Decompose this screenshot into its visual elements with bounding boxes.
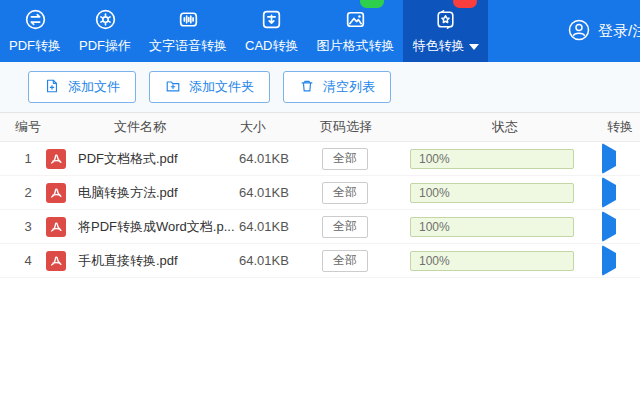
- nav-tab-pdf-convert[interactable]: PDF转换: [0, 0, 70, 62]
- header-number: 编号: [10, 118, 46, 136]
- green-badge: [360, 0, 384, 8]
- voice-wave-icon: [176, 7, 201, 32]
- header-filename: 文件名称: [46, 118, 234, 136]
- add-file-label: 添加文件: [68, 78, 120, 96]
- login-label: 登录/注册: [598, 22, 640, 41]
- file-name: 电脑转换方法.pdf: [72, 184, 234, 202]
- trash-icon: [299, 78, 315, 97]
- nav-tab-pdf-operate[interactable]: PDF操作: [70, 0, 140, 62]
- row-number: 2: [10, 185, 46, 200]
- row-number: 1: [10, 151, 46, 166]
- clear-list-label: 清空列表: [323, 78, 375, 96]
- convert-play-button[interactable]: [602, 245, 616, 276]
- nav-tab-label: PDF操作: [79, 37, 131, 55]
- header-size: 大小: [234, 118, 312, 136]
- page-select-button[interactable]: 全部: [322, 250, 368, 272]
- star-refresh-icon: [433, 7, 458, 32]
- progress-bar: 100%: [410, 217, 574, 237]
- pdf-file-icon: [46, 251, 66, 271]
- file-name: 将PDF转换成Word文档.p...: [72, 218, 234, 236]
- file-size: 64.01KB: [234, 219, 312, 234]
- pdf-file-icon: [46, 183, 66, 203]
- page-select-button[interactable]: 全部: [322, 182, 368, 204]
- top-nav: PDF转换 PDF操作 文字语音转换 CAD转换: [0, 0, 640, 62]
- clear-list-button[interactable]: 清空列表: [283, 71, 391, 103]
- header-status: 状态: [410, 118, 600, 136]
- convert-play-button[interactable]: [602, 211, 616, 242]
- page-select-button[interactable]: 全部: [322, 148, 368, 170]
- nav-tab-cad-convert[interactable]: CAD转换: [236, 0, 307, 62]
- swap-circle-icon: [23, 7, 48, 32]
- file-table: 编号 文件名称 大小 页码选择 状态 转换 1 PDF文档格式.pdf 64.0…: [0, 112, 640, 278]
- nav-tab-label: 特色转换: [412, 37, 464, 55]
- pdf-file-icon: [46, 149, 66, 169]
- file-name: 手机直接转换.pdf: [72, 252, 234, 270]
- gear-circle-icon: [93, 7, 118, 32]
- add-file-icon: [44, 78, 60, 97]
- user-icon: [567, 18, 591, 45]
- nav-tab-special-convert[interactable]: 特色转换: [403, 0, 488, 62]
- table-row: 2 电脑转换方法.pdf 64.01KB 全部 100%: [0, 176, 640, 210]
- row-number: 3: [10, 219, 46, 234]
- red-badge: [453, 0, 477, 8]
- header-convert: 转换: [600, 118, 640, 136]
- add-file-button[interactable]: 添加文件: [28, 71, 136, 103]
- table-row: 3 将PDF转换成Word文档.p... 64.01KB 全部 100%: [0, 210, 640, 244]
- convert-play-button[interactable]: [602, 143, 616, 174]
- table-row: 1 PDF文档格式.pdf 64.01KB 全部 100%: [0, 142, 640, 176]
- file-size: 64.01KB: [234, 151, 312, 166]
- nav-tab-label: 图片格式转换: [316, 37, 394, 55]
- header-pages: 页码选择: [312, 118, 410, 136]
- nav-tab-label: CAD转换: [245, 37, 298, 55]
- page-select-button[interactable]: 全部: [322, 216, 368, 238]
- add-folder-icon: [165, 78, 181, 97]
- image-icon: [343, 7, 368, 32]
- convert-play-button[interactable]: [602, 177, 616, 208]
- table-row: 4 手机直接转换.pdf 64.01KB 全部 100%: [0, 244, 640, 278]
- toolbar: 添加文件 添加文件夹 清空列表: [0, 62, 640, 112]
- chevron-down-icon: [469, 44, 479, 50]
- nav-tab-label: PDF转换: [9, 37, 61, 55]
- add-folder-label: 添加文件夹: [189, 78, 254, 96]
- pdf-file-icon: [46, 217, 66, 237]
- progress-bar: 100%: [410, 183, 574, 203]
- cad-icon: [259, 7, 284, 32]
- nav-tab-image-convert[interactable]: 图片格式转换: [307, 0, 403, 62]
- progress-bar: 100%: [410, 149, 574, 169]
- progress-bar: 100%: [410, 251, 574, 271]
- file-size: 64.01KB: [234, 253, 312, 268]
- nav-tab-label: 文字语音转换: [149, 37, 227, 55]
- login-button[interactable]: 登录/注册: [567, 0, 640, 62]
- row-number: 4: [10, 253, 46, 268]
- table-header: 编号 文件名称 大小 页码选择 状态 转换: [0, 112, 640, 142]
- nav-tab-text-voice[interactable]: 文字语音转换: [140, 0, 236, 62]
- file-size: 64.01KB: [234, 185, 312, 200]
- add-folder-button[interactable]: 添加文件夹: [149, 71, 270, 103]
- file-name: PDF文档格式.pdf: [72, 150, 234, 168]
